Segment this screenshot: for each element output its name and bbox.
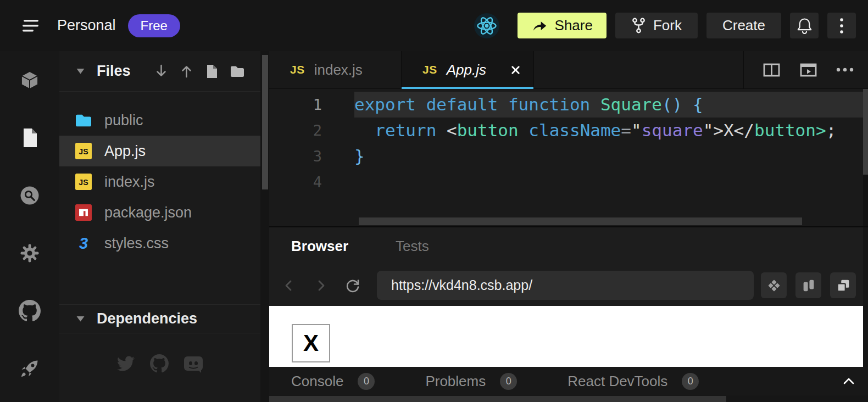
file-row-package.json[interactable]: package.json <box>59 197 260 228</box>
svg-text:JS: JS <box>79 147 88 156</box>
editor-horizontal-scrollbar[interactable] <box>359 217 802 225</box>
tab-label: index.js <box>314 62 363 79</box>
workbench-body: Files publicJSApp.jsJSindex. <box>0 51 868 402</box>
file-name: App.js <box>104 143 146 160</box>
forward-icon[interactable] <box>309 273 333 298</box>
editor-tabs: JSindex.jsJSApp.js <box>269 51 534 88</box>
react-logo-icon <box>474 13 500 39</box>
file-icon[interactable] <box>0 109 59 166</box>
browser-panel: BrowserTests https://vkd4n8.csb.ap <box>269 226 868 402</box>
dependencies-section-header[interactable]: Dependencies <box>59 304 260 333</box>
editor-vertical-scrollbar-thumb[interactable] <box>863 89 868 175</box>
responsive-mode-icon[interactable] <box>795 272 821 298</box>
preview-window-icon[interactable] <box>799 62 817 79</box>
back-icon[interactable] <box>277 273 301 298</box>
code-editor[interactable]: 1export default function Square() {2 ret… <box>269 89 868 226</box>
new-file-icon[interactable] <box>205 64 218 79</box>
browser-preview: X <box>269 306 863 367</box>
box-icon[interactable] <box>0 51 59 109</box>
svg-text:3: 3 <box>79 235 88 252</box>
square-button-label: X <box>303 330 319 356</box>
activity-rail <box>0 51 59 402</box>
chevron-down-icon <box>76 68 85 75</box>
github-icon[interactable] <box>150 354 169 373</box>
fork-icon <box>631 17 646 34</box>
file-row-styles.css[interactable]: 3styles.css <box>59 228 260 259</box>
line-number: 4 <box>269 169 336 195</box>
twitter-icon[interactable] <box>116 355 136 372</box>
devtools-icon[interactable] <box>761 272 787 298</box>
social-links <box>59 354 260 373</box>
console-item-react-devtools[interactable]: React DevTools0 <box>567 373 699 390</box>
editor-tab-actions <box>743 51 868 88</box>
files-title: Files <box>97 63 131 80</box>
explorer-scrollbar[interactable] <box>260 51 269 402</box>
download-icon[interactable] <box>154 64 168 79</box>
create-button[interactable]: Create <box>706 13 781 38</box>
folder-file-icon <box>74 113 93 128</box>
split-view-icon[interactable] <box>763 62 781 79</box>
line-text: } <box>354 143 863 169</box>
browser-tab-bar: BrowserTests <box>269 227 868 265</box>
plan-badge: Free <box>128 14 180 37</box>
editor-tab-App.js[interactable]: JSApp.js <box>402 51 534 88</box>
url-bar[interactable]: https://vkd4n8.csb.app/ <box>377 271 754 300</box>
share-button[interactable]: Share <box>518 13 607 38</box>
rocket-icon[interactable] <box>0 339 59 397</box>
console-item-label: React DevTools <box>567 373 667 390</box>
console-item-label: Problems <box>425 373 486 390</box>
file-row-App.js[interactable]: JSApp.js <box>59 136 260 166</box>
npm-file-icon <box>74 204 93 221</box>
gear-icon[interactable] <box>0 224 59 282</box>
files-section-header[interactable]: Files <box>59 51 260 92</box>
discord-icon[interactable] <box>183 354 204 373</box>
top-bar: Personal Free Share <box>0 0 868 51</box>
code-line-1[interactable]: 1export default function Square() { <box>269 92 868 118</box>
upload-icon[interactable] <box>180 64 193 79</box>
line-text: export default function Square() { <box>354 92 863 118</box>
file-row-index.js[interactable]: JSindex.js <box>59 166 260 197</box>
browser-actions <box>761 272 856 298</box>
kebab-menu-icon <box>839 17 844 35</box>
line-text: return <button className="square">X</but… <box>354 118 863 143</box>
dependencies-title: Dependencies <box>97 310 197 327</box>
close-tab-icon[interactable] <box>510 64 521 76</box>
browser-horizontal-scrollbar-thumb[interactable] <box>269 396 726 402</box>
console-item-problems[interactable]: Problems0 <box>425 373 517 390</box>
browser-horizontal-scrollbar[interactable] <box>269 395 868 402</box>
editor-vertical-scrollbar[interactable] <box>863 89 868 226</box>
notifications-button[interactable] <box>790 13 819 38</box>
browser-tab-tests[interactable]: Tests <box>396 238 429 255</box>
ellipsis-icon[interactable] <box>836 68 854 72</box>
browser-url-row: https://vkd4n8.csb.app/ <box>269 265 868 306</box>
share-arrow-icon <box>531 18 548 34</box>
github-icon[interactable] <box>0 282 59 339</box>
code-line-4[interactable]: 4 <box>269 169 868 195</box>
line-text <box>354 169 863 195</box>
browser-tab-browser[interactable]: Browser <box>291 238 348 255</box>
code-line-2[interactable]: 2 return <button className="square">X</b… <box>269 118 868 143</box>
file-row-public[interactable]: public <box>59 105 260 136</box>
share-button-label: Share <box>555 17 593 34</box>
chevron-down-icon <box>76 315 85 322</box>
fork-button[interactable]: Fork <box>615 13 698 38</box>
file-name: package.json <box>104 204 192 221</box>
explorer-scrollbar-thumb[interactable] <box>262 55 268 189</box>
workspace-name[interactable]: Personal <box>57 17 116 34</box>
count-badge: 0 <box>358 373 375 390</box>
menu-icon[interactable] <box>19 15 43 37</box>
code-line-3[interactable]: 3} <box>269 143 868 169</box>
tab-label: App.js <box>447 62 486 79</box>
chevron-up-icon[interactable] <box>842 376 856 386</box>
open-new-window-icon[interactable] <box>830 272 856 298</box>
more-options-button[interactable] <box>827 13 856 38</box>
editor-tab-index.js[interactable]: JSindex.js <box>269 51 402 88</box>
css-file-icon: 3 <box>74 235 93 252</box>
square-button[interactable]: X <box>292 324 330 362</box>
js-glyph-icon: JS <box>290 63 305 76</box>
new-folder-icon[interactable] <box>230 65 245 78</box>
fork-button-label: Fork <box>653 17 682 34</box>
search-icon[interactable] <box>0 166 59 224</box>
refresh-icon[interactable] <box>341 273 365 298</box>
console-item-console[interactable]: Console0 <box>291 373 375 390</box>
